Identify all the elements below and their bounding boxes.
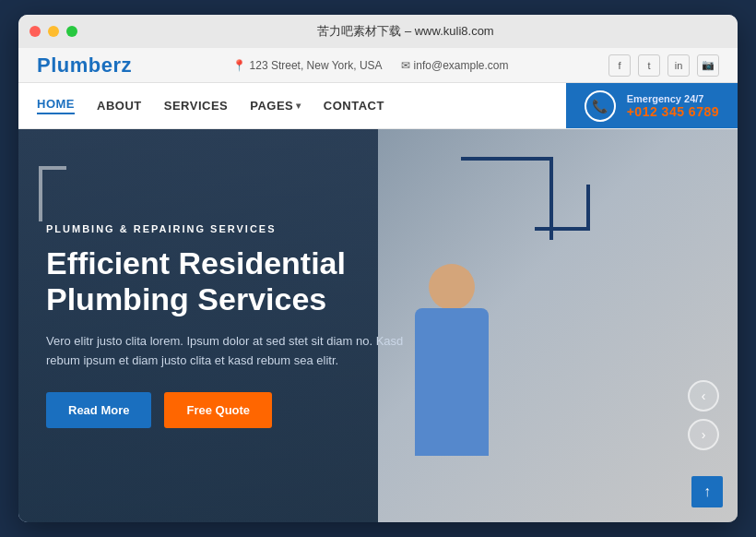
hero-title: Efficient Residential Plumbing Services bbox=[46, 245, 452, 317]
hero-subtitle: PLUMBING & REPAIRING SERVICES bbox=[46, 223, 452, 234]
emergency-text: Emergency 24/7 +012 345 6789 bbox=[627, 93, 719, 119]
chevron-down-icon: ▾ bbox=[296, 101, 301, 111]
nav-item-services[interactable]: SERVICES bbox=[164, 99, 229, 113]
free-quote-button[interactable]: Free Quote bbox=[164, 392, 272, 428]
top-bar: Plumberz 📍 123 Street, New York, USA ✉ i… bbox=[18, 48, 738, 83]
emergency-box: 📞 Emergency 24/7 +012 345 6789 bbox=[566, 83, 738, 128]
hero-accent-bottom bbox=[535, 185, 590, 231]
nav-links: HOME ABOUT SERVICES PAGES ▾ CONTACT bbox=[18, 83, 566, 128]
site-content: Plumberz 📍 123 Street, New York, USA ✉ i… bbox=[18, 48, 738, 522]
phone-icon: 📞 bbox=[585, 90, 616, 122]
nav-item-contact[interactable]: CONTACT bbox=[324, 99, 384, 113]
social-icons: f t in 📷 bbox=[608, 54, 719, 77]
facebook-icon[interactable]: f bbox=[608, 54, 631, 77]
email-icon: ✉ bbox=[401, 59, 410, 72]
instagram-icon[interactable]: 📷 bbox=[697, 54, 719, 77]
address-info: 📍 123 Street, New York, USA bbox=[232, 59, 383, 72]
nav-item-home[interactable]: HOME bbox=[37, 97, 75, 114]
hero-buttons: Read More Free Quote bbox=[46, 392, 452, 428]
location-icon: 📍 bbox=[232, 59, 246, 72]
minimize-dot[interactable] bbox=[48, 26, 59, 37]
hero-description: Vero elitr justo clita lorem. Ipsum dolo… bbox=[46, 332, 433, 371]
linkedin-icon[interactable]: in bbox=[667, 54, 690, 77]
nav-item-pages[interactable]: PAGES ▾ bbox=[250, 99, 301, 113]
hero-section: PLUMBING & REPAIRING SERVICES Efficient … bbox=[18, 129, 738, 522]
browser-window: 苦力吧素材下载 – www.kuli8.com Plumberz 📍 123 S… bbox=[18, 15, 738, 522]
twitter-icon[interactable]: t bbox=[638, 54, 660, 77]
slider-prev-button[interactable]: ‹ bbox=[688, 380, 719, 412]
site-logo: Plumberz bbox=[37, 54, 132, 78]
emergency-label: Emergency 24/7 bbox=[627, 93, 719, 104]
email-info: ✉ info@example.com bbox=[401, 59, 509, 72]
hero-content: PLUMBING & REPAIRING SERVICES Efficient … bbox=[18, 196, 479, 457]
emergency-number: +012 345 6789 bbox=[627, 104, 719, 119]
email-text: info@example.com bbox=[414, 59, 509, 72]
maximize-dot[interactable] bbox=[66, 26, 77, 37]
browser-titlebar: 苦力吧素材下载 – www.kuli8.com bbox=[18, 15, 738, 48]
scroll-top-button[interactable]: ↑ bbox=[691, 476, 723, 507]
close-dot[interactable] bbox=[30, 26, 41, 37]
nav-item-about[interactable]: ABOUT bbox=[97, 99, 142, 113]
top-bar-info: 📍 123 Street, New York, USA ✉ info@examp… bbox=[232, 59, 509, 72]
browser-title: 苦力吧素材下载 – www.kuli8.com bbox=[85, 23, 726, 40]
navbar: HOME ABOUT SERVICES PAGES ▾ CONTACT 📞 Em… bbox=[18, 83, 738, 129]
read-more-button[interactable]: Read More bbox=[46, 392, 151, 428]
slider-next-button[interactable]: › bbox=[688, 419, 719, 450]
address-text: 123 Street, New York, USA bbox=[250, 59, 383, 72]
